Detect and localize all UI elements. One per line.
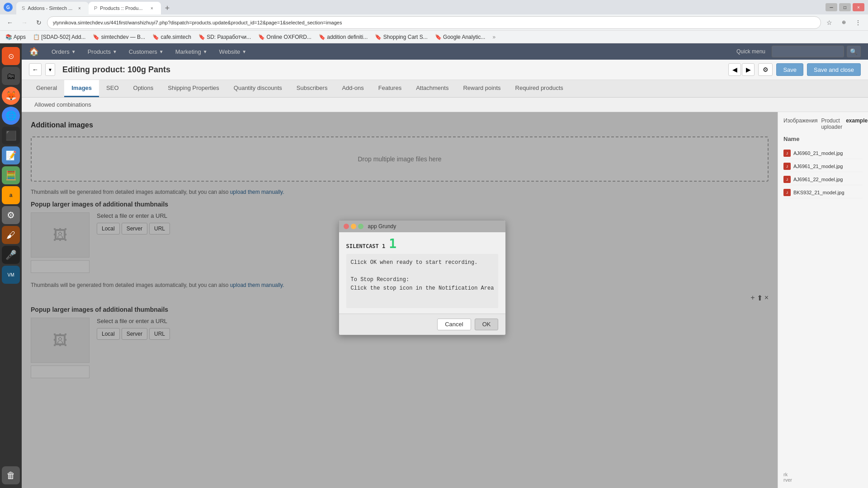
chrome-tabs-container: S Addons - Simtech ... × P Products :: P… — [16, 0, 818, 14]
admin-search-area: Quick menu 🔍 — [733, 46, 861, 57]
pagination-buttons: ◀ ▶ — [728, 63, 755, 76]
tab-options[interactable]: Options — [126, 80, 161, 97]
modal-close-dot[interactable] — [344, 224, 349, 229]
modal-title-text: app Grundy — [368, 223, 396, 230]
right-panel-file-4[interactable]: J BKS932_21_model.jpg — [783, 187, 863, 198]
silentcast-label: SILENTCAST 1 — [346, 243, 386, 249]
tab2-favicon: P — [94, 5, 97, 11]
content-wrapper: ⊙ 🗂 🦊 🌐 ⬛ 📝 🧮 a ⚙ 🖌 🎤 VM 🗑 🏠 Orders ▼ — [0, 43, 868, 488]
nav-customers[interactable]: Customers ▼ — [123, 47, 169, 57]
dock-chrome-icon[interactable]: 🌐 — [2, 107, 20, 125]
nav-orders[interactable]: Orders ▼ — [46, 47, 81, 57]
right-panel-nav-uploader[interactable]: Product uploader — [821, 117, 842, 130]
tab2-close[interactable]: × — [148, 5, 156, 12]
app-area: 🏠 Orders ▼ Products ▼ Customers ▼ — [22, 43, 868, 488]
tab-seo[interactable]: SEO — [99, 80, 126, 97]
dock-mic-icon[interactable]: 🎤 — [2, 246, 20, 264]
page-header: ← ▼ Editing product: 100g Pants ◀ ▶ ⚙ Sa… — [22, 60, 868, 80]
bookmark-analytics[interactable]: 🔖 Google Analytic... — [433, 33, 487, 41]
bookmark-sd[interactable]: 🔖 SD: Разработчи... — [197, 33, 253, 41]
modal-body: SILENTCAST 1 1 Click OK when ready to st… — [339, 232, 506, 314]
maximize-button[interactable]: □ — [839, 3, 851, 11]
close-button[interactable]: × — [853, 3, 864, 11]
bookmark-addition[interactable]: 🔖 addition definiti... — [317, 33, 369, 41]
dock-amazon-icon[interactable]: a — [2, 186, 20, 204]
back-button[interactable]: ← — [4, 16, 16, 29]
dock-paint-icon[interactable]: 🖌 — [2, 226, 20, 244]
bookmark-simtechdev[interactable]: 🔖 simtechdev — B... — [91, 33, 147, 41]
dock-settings-icon[interactable]: ⚙ — [2, 206, 20, 224]
address-text: ytynnikova.simtechdev.us/441first/wanshi… — [53, 20, 342, 25]
nav-website[interactable]: Website ▼ — [214, 47, 252, 57]
bookmark-apps[interactable]: 📚 Apps — [4, 33, 28, 41]
marketing-dropdown-arrow: ▼ — [203, 49, 208, 54]
chrome-tab-2[interactable]: P Products :: Produ... × — [89, 2, 161, 14]
modal-dialog: app Grundy SILENTCAST 1 1 Click OK when … — [339, 220, 506, 335]
back-nav-button[interactable]: ← — [29, 63, 42, 76]
dock-terminal-icon[interactable]: ⬛ — [2, 127, 20, 145]
modal-maximize-dot[interactable] — [358, 224, 363, 229]
chrome-toolbar: ← → ↻ ytynnikova.simtechdev.us/441first/… — [0, 14, 868, 31]
tab-addons[interactable]: Add-ons — [335, 80, 371, 97]
right-panel-nav-images[interactable]: Изображения — [783, 117, 817, 130]
quick-menu-button[interactable]: Quick menu — [733, 47, 769, 56]
file-name-3: AJ6961_22_model.jpg — [793, 177, 843, 182]
dock-gedit-icon[interactable]: 📝 — [2, 146, 20, 164]
dock-ubuntu-icon[interactable]: ⊙ — [2, 47, 20, 65]
tab-general[interactable]: General — [29, 80, 64, 97]
admin-search-button[interactable]: 🔍 — [847, 46, 861, 57]
file-name-4: BKS932_21_model.jpg — [793, 190, 844, 195]
tab-attachments[interactable]: Attachments — [409, 80, 456, 97]
tab-subscribers[interactable]: Subscribers — [289, 80, 335, 97]
modal-titlebar: app Grundy — [339, 221, 506, 232]
bookmark-cafe[interactable]: 🔖 cafe.simtech — [151, 33, 193, 41]
minimize-button[interactable]: ─ — [826, 3, 837, 11]
bookmark-sdad[interactable]: 📋 [SDAD-502] Add... — [31, 33, 87, 41]
reload-button[interactable]: ↻ — [33, 16, 45, 29]
tab-quantity-discounts[interactable]: Quantity discounts — [226, 80, 289, 97]
tab1-label: Addons - Simtech ... — [28, 5, 72, 11]
dock-trash-icon[interactable]: 🗑 — [2, 466, 20, 484]
chrome-tab-1[interactable]: S Addons - Simtech ... × — [16, 2, 89, 14]
file-icon-4: J — [783, 189, 791, 196]
tab-shipping[interactable]: Shipping Properties — [160, 80, 226, 97]
more-bookmarks[interactable]: » — [492, 34, 495, 40]
forward-button[interactable]: → — [18, 16, 31, 29]
tab1-close[interactable]: × — [76, 5, 83, 12]
modal-minimize-dot[interactable] — [351, 224, 356, 229]
bookmark-oxford[interactable]: 🔖 Online OXFORD... — [256, 33, 313, 41]
nav-dropdown-button[interactable]: ▼ — [45, 63, 55, 76]
nav-marketing[interactable]: Marketing ▼ — [170, 47, 213, 57]
save-button[interactable]: Save — [776, 63, 803, 76]
nav-products[interactable]: Products ▼ — [82, 47, 123, 57]
sub-tab-allowed-combinations[interactable]: Allowed combinations — [29, 99, 97, 110]
admin-search-input[interactable] — [772, 46, 844, 57]
next-page-button[interactable]: ▶ — [742, 63, 755, 76]
address-bar[interactable]: ytynnikova.simtechdev.us/441first/wanshi… — [47, 16, 821, 29]
extensions-button[interactable]: ⊕ — [837, 16, 850, 29]
right-panel-file-1[interactable]: J AJ6960_21_model.jpg — [783, 148, 863, 159]
dock-calc-icon[interactable]: 🧮 — [2, 166, 20, 184]
chrome-logo-area: G — [4, 3, 13, 12]
menu-button[interactable]: ⋮ — [852, 16, 864, 29]
new-tab-button[interactable]: + — [161, 2, 174, 14]
right-panel-nav-examples[interactable]: examples — [846, 117, 868, 130]
right-panel-file-3[interactable]: J AJ6961_22_model.jpg — [783, 174, 863, 185]
tab-reward-points[interactable]: Reward points — [456, 80, 508, 97]
dock-vmware-icon[interactable]: VM — [2, 266, 20, 284]
tab-required-products[interactable]: Required products — [508, 80, 571, 97]
dock-firefox-icon[interactable]: 🦊 — [2, 87, 20, 105]
tab-images[interactable]: Images — [64, 80, 99, 97]
modal-cancel-button[interactable]: Cancel — [437, 319, 471, 330]
tab-features[interactable]: Features — [371, 80, 409, 97]
bookmark-button[interactable]: ☆ — [823, 16, 835, 29]
dock-files-icon[interactable]: 🗂 — [2, 67, 20, 85]
bookmark-shopping[interactable]: 🔖 Shopping Cart S... — [373, 33, 429, 41]
gear-button[interactable]: ⚙ — [758, 63, 773, 76]
save-close-button[interactable]: Save and close — [807, 63, 861, 76]
modal-ok-button[interactable]: OK — [475, 319, 499, 330]
prev-page-button[interactable]: ◀ — [728, 63, 741, 76]
right-panel-nav: Изображения Product uploader examples — [783, 117, 863, 130]
right-panel-footer: rk rver — [783, 472, 863, 483]
right-panel-file-2[interactable]: J AJ6961_21_model.jpg — [783, 161, 863, 172]
